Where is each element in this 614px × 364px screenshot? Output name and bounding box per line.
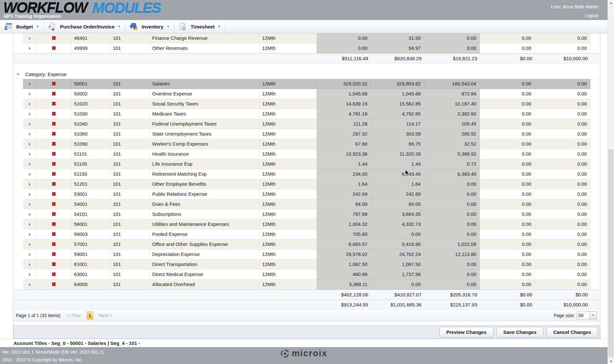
cell-value-5[interactable]: 0.00: [535, 280, 590, 290]
delete-row-cell[interactable]: ✖: [37, 159, 71, 169]
delete-row-cell[interactable]: ✖: [37, 179, 71, 189]
cell-value-5[interactable]: 0.00: [535, 249, 590, 259]
menu-item-budget[interactable]: Budget ▼: [0, 20, 44, 33]
cell-value-4[interactable]: 0.00: [480, 199, 535, 209]
cell-value-4[interactable]: 0.00: [480, 249, 535, 259]
cell-value-4[interactable]: 0.00: [480, 149, 535, 159]
cell-value-4[interactable]: 0.00: [480, 33, 535, 43]
expand-row-cell[interactable]: ›: [23, 169, 37, 179]
expand-row-cell[interactable]: ›: [23, 179, 37, 189]
delete-row-icon[interactable]: ✖: [37, 43, 71, 53]
expand-row-icon[interactable]: ›: [23, 33, 36, 43]
delete-row-icon[interactable]: ✖: [37, 189, 71, 199]
expand-row-cell[interactable]: ›: [23, 89, 37, 99]
delete-row-cell[interactable]: ✖: [37, 280, 71, 290]
delete-row-icon[interactable]: ✖: [37, 33, 71, 43]
delete-row-cell[interactable]: ✖: [37, 169, 71, 179]
collapse-group-cell[interactable]: ›: [18, 72, 19, 77]
cell-value-5[interactable]: 0.00: [535, 209, 590, 219]
cell-value-5[interactable]: 0.00: [535, 99, 590, 109]
delete-row-icon[interactable]: ✖: [37, 199, 71, 209]
expand-row-icon[interactable]: ›: [23, 99, 36, 109]
expand-row-cell[interactable]: ›: [23, 159, 37, 169]
cell-value-5[interactable]: 0.00: [535, 119, 590, 129]
cell-value-4[interactable]: 0.00: [480, 219, 535, 229]
cell-value-4[interactable]: 0.00: [480, 159, 535, 169]
delete-row-icon[interactable]: ✖: [37, 179, 71, 189]
delete-row-cell[interactable]: ✖: [37, 249, 71, 259]
cell-value-4[interactable]: 0.00: [480, 280, 535, 290]
cancel-changes-button[interactable]: Cancel Changes: [546, 327, 598, 337]
expand-row-icon[interactable]: ›: [23, 89, 36, 99]
expand-row-icon[interactable]: ›: [23, 259, 36, 269]
delete-row-icon[interactable]: ✖: [37, 249, 71, 259]
preview-changes-button[interactable]: Preview Changes: [440, 327, 493, 337]
delete-row-cell[interactable]: ✖: [37, 89, 71, 99]
cell-value-5[interactable]: 0.00: [535, 89, 590, 99]
delete-row-icon[interactable]: ✖: [37, 159, 71, 169]
scrollbar-thumb[interactable]: [609, 149, 613, 357]
delete-row-icon[interactable]: ✖: [37, 229, 71, 239]
expand-row-cell[interactable]: ›: [23, 43, 37, 53]
expand-row-icon[interactable]: ›: [23, 280, 36, 289]
cell-value-4[interactable]: 0.00: [480, 229, 535, 239]
delete-row-cell[interactable]: ✖: [37, 229, 71, 239]
menu-item-purchase-order[interactable]: Purchase Order/Invoice ▼: [44, 20, 125, 33]
delete-row-cell[interactable]: ✖: [37, 189, 71, 199]
delete-row-icon[interactable]: ✖: [37, 139, 71, 149]
cell-value-4[interactable]: 0.00: [480, 270, 535, 280]
expand-row-icon[interactable]: ›: [23, 199, 36, 209]
delete-row-cell[interactable]: ✖: [37, 259, 71, 270]
cell-value-4[interactable]: 0.00: [480, 79, 535, 89]
delete-row-icon[interactable]: ✖: [37, 270, 71, 279]
expand-row-cell[interactable]: ›: [23, 259, 37, 270]
delete-row-icon[interactable]: ✖: [37, 99, 71, 109]
expand-row-icon[interactable]: ›: [23, 229, 36, 239]
delete-row-cell[interactable]: ✖: [37, 33, 71, 43]
delete-row-cell[interactable]: ✖: [37, 109, 71, 119]
expand-row-icon[interactable]: ›: [23, 119, 36, 129]
cell-value-5[interactable]: 0.00: [535, 109, 590, 119]
expand-row-cell[interactable]: ›: [23, 219, 37, 229]
expand-row-icon[interactable]: ›: [23, 239, 36, 249]
cell-value-5[interactable]: 0.00: [535, 159, 590, 169]
delete-row-cell[interactable]: ✖: [37, 79, 71, 89]
delete-row-cell[interactable]: ✖: [37, 129, 71, 139]
delete-row-icon[interactable]: ✖: [37, 259, 71, 269]
cell-value-5[interactable]: 0.00: [535, 169, 590, 179]
menu-item-inventory[interactable]: Inventory ▼: [126, 20, 174, 33]
delete-row-icon[interactable]: ✖: [37, 239, 71, 249]
cell-value-4[interactable]: 0.00: [480, 89, 535, 99]
delete-row-cell[interactable]: ✖: [37, 119, 71, 129]
collapse-group-icon[interactable]: ›: [16, 73, 21, 75]
cell-value-5[interactable]: 0.00: [535, 219, 590, 229]
expand-row-cell[interactable]: ›: [23, 249, 37, 259]
cell-value-4[interactable]: 0.00: [480, 169, 535, 179]
page-number-badge[interactable]: 1: [87, 312, 93, 319]
expand-row-cell[interactable]: ›: [23, 149, 37, 159]
next-page-button[interactable]: Next >: [99, 313, 112, 318]
delete-row-cell[interactable]: ✖: [37, 199, 71, 209]
delete-row-icon[interactable]: ✖: [37, 89, 71, 99]
prev-page-button[interactable]: < Prev: [68, 313, 81, 318]
expand-row-cell[interactable]: ›: [23, 239, 37, 249]
expand-row-cell[interactable]: ›: [23, 109, 37, 119]
cell-value-4[interactable]: 0.00: [480, 119, 535, 129]
expand-row-icon[interactable]: ›: [23, 209, 36, 219]
delete-row-cell[interactable]: ✖: [37, 139, 71, 149]
cell-value-5[interactable]: 0.00: [535, 239, 590, 249]
expand-row-cell[interactable]: ›: [23, 280, 37, 290]
cell-value-5[interactable]: 0.00: [535, 33, 590, 43]
cell-value-4[interactable]: 0.00: [480, 129, 535, 139]
expand-row-icon[interactable]: ›: [23, 43, 36, 53]
cell-value-5[interactable]: 0.00: [535, 43, 590, 53]
scroll-down-icon[interactable]: ▼: [608, 358, 614, 364]
vertical-scrollbar[interactable]: ▲ ▼: [608, 0, 614, 364]
cell-value-4[interactable]: 0.00: [480, 259, 535, 270]
expand-row-cell[interactable]: ›: [23, 129, 37, 139]
delete-row-cell[interactable]: ✖: [37, 209, 71, 219]
expand-row-icon[interactable]: ›: [23, 249, 36, 259]
expand-row-icon[interactable]: ›: [23, 179, 36, 189]
expand-row-cell[interactable]: ›: [23, 270, 37, 280]
delete-row-icon[interactable]: ✖: [37, 149, 71, 159]
